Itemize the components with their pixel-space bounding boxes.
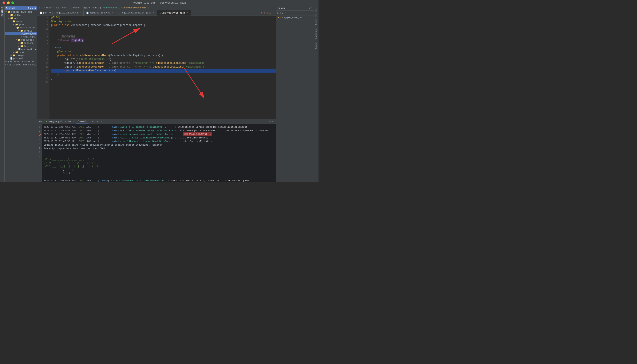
tab-reggieapp[interactable]: ☕ ReggieApplication.java × (116, 10, 157, 16)
bottom-tab-console[interactable]: Console (76, 120, 88, 124)
maven-add-icon[interactable]: + (284, 11, 286, 15)
right-tab-database[interactable]: Database (315, 27, 318, 40)
console-tab-label: Console (78, 120, 87, 123)
maven-download-icon[interactable]: ⬇ (280, 11, 281, 15)
spring-banner-3: ( ( )\___ | '_ | '_| | '_ \/ _` | \ \ \ … (44, 161, 274, 164)
maximize-button[interactable] (11, 2, 14, 4)
tree-item-config[interactable]: ▼ 📁 config (5, 29, 37, 32)
settings-icon[interactable]: ⚙ (32, 7, 34, 10)
tree-item-src[interactable]: ▼ 📁 src (5, 16, 37, 20)
code-line-25 (51, 80, 276, 84)
scroll-top-icon[interactable]: ⇈ (38, 138, 41, 141)
tab-reggieapp-close[interactable]: × (153, 12, 154, 14)
close-button[interactable] (3, 2, 5, 4)
pin-icon[interactable]: 📌 (38, 134, 41, 137)
tab-pomxml-close[interactable]: × (80, 12, 81, 14)
maven-more-icon[interactable]: ⋮ (287, 11, 290, 15)
code-line-20: registry.addResourceHandler( ...pathPatt… (51, 61, 276, 65)
tree-item-idea[interactable]: ▶ 📁 .idea (5, 14, 37, 16)
code-line-15: */ (51, 42, 276, 46)
right-tab-notifications[interactable]: Notifications (315, 7, 318, 26)
minimize-button[interactable] (7, 2, 10, 4)
code-line-13: * 设置资源映射 (51, 35, 276, 38)
tree-item-com[interactable]: ▼ 📁 com.itheima.reggie (5, 26, 37, 29)
tab-appyml[interactable]: 📄 application.yml × (84, 10, 116, 16)
tree-item-scratches[interactable]: ▶ ✎ Scratches and Consoles (5, 63, 37, 66)
appyml-label: application.yml (21, 48, 37, 50)
clear-icon[interactable]: 🗑 (38, 146, 41, 150)
tree-root[interactable]: ▼ 📁 reggie_take_out (5, 10, 37, 14)
tab-webmvcconfig[interactable]: ☕ WebMvcConfig.java × (157, 10, 191, 16)
tree-item-extlibs[interactable]: ▶ ▣ External Libraries (5, 60, 37, 63)
code-line-14: * @param registry (51, 38, 276, 42)
code-line-12 (51, 31, 276, 35)
maven-folder-icon: ▼ (278, 16, 279, 19)
tree-item-main[interactable]: ▼ 📁 main (5, 20, 37, 23)
bc-config: config (92, 6, 101, 9)
tree-item-reggieapp[interactable]: R ReggieApplication (5, 35, 37, 38)
filter-icon[interactable]: ⊟ (38, 150, 41, 154)
maven-close-icon[interactable]: × (311, 7, 312, 10)
test-label: test (19, 51, 24, 54)
console-output[interactable]: 2022-11-02 12:47:52.735 INFO 1765 --- [ … (42, 124, 276, 182)
bottom-toolbar: ⚙ − (269, 120, 274, 123)
maven-toolbar: ↻ ⬇ ▶ + ⋮ (276, 10, 314, 16)
close-panel-icon[interactable]: × (34, 7, 36, 10)
console-blank2 (44, 175, 274, 179)
tab-appyml-close[interactable]: × (112, 12, 113, 14)
tabs-menu[interactable]: ⋮ (272, 11, 274, 14)
code-line-9: @Configuration (51, 20, 276, 23)
extlibs-label: External Libraries (10, 60, 35, 63)
right-tab-maven[interactable]: Maven (315, 41, 318, 50)
scroll-bottom-icon[interactable]: ⇊ (38, 142, 41, 146)
code-editor[interactable]: 8 9 10 11 12 13 14 15 17 18 19 20 21 22 … (37, 16, 276, 119)
code-line-22: super.addResourceHandlers(registry); (51, 69, 276, 72)
tree-item-test[interactable]: ▶ 📁 test (5, 51, 37, 54)
spring-version: 3.4.2 (44, 172, 274, 175)
code-line-24: } (51, 76, 276, 80)
run-label: Run: ▶ ReggieApplication × (39, 120, 75, 123)
tab-webmvcconfig-close[interactable]: × (187, 12, 188, 14)
main-layout: Project Project ▼ ⊙ ≡ ⚙ × ▼ 📁 reggie_tak… (0, 6, 318, 182)
tree-item-resources[interactable]: ▼ 📁 resources (5, 38, 37, 42)
restart-icon[interactable]: ↺ (38, 125, 41, 128)
maven-label: Maven (278, 7, 285, 10)
maven-panel: Maven ⚙ × ↻ ⬇ ▶ + ⋮ ▼ m reggie_take_out (276, 6, 314, 182)
locate-icon[interactable]: ⊙ (28, 7, 29, 10)
usage-hint: 1 usage (51, 46, 276, 50)
minimize-icon[interactable]: − (272, 120, 273, 123)
run-close[interactable]: × (73, 120, 75, 123)
maven-settings-icon[interactable]: ⚙ (309, 7, 310, 10)
maven-run-icon[interactable]: ▶ (282, 11, 284, 15)
console-row: ↺ ◼ 📌 ⇈ ⇊ 🗑 ⊟ ↵ 2022-11-02 12:47:52.735 (37, 124, 276, 182)
tree-item-pom[interactable]: 📄 pom.xml (5, 57, 37, 60)
window-controls[interactable] (3, 2, 14, 4)
stop-icon[interactable]: ◼ (38, 130, 41, 133)
console-blank1 (44, 150, 274, 154)
tree-item-java[interactable]: ▼ 📁 java (5, 23, 37, 26)
collapse-icon[interactable]: ≡ (30, 7, 31, 10)
project-tab[interactable]: Project (1, 6, 4, 17)
maven-root-item[interactable]: ▼ m reggie_take_out (276, 16, 314, 20)
tab-pomxml[interactable]: 📄 pom.xml (reggie_take_out) × (37, 10, 84, 16)
settings-icon[interactable]: ⚙ (269, 120, 271, 123)
tree-item-webmvcconfig[interactable]: W WebMvcConfig (5, 32, 37, 35)
tree-item-front[interactable]: ▶ 📁 front (5, 44, 37, 48)
tree-item-appyml[interactable]: 📄 application.yml (5, 48, 37, 51)
tree-item-target[interactable]: ▶ 📁 target (5, 54, 37, 57)
project-dropdown-icon[interactable]: ▼ (17, 7, 18, 9)
highlighted-console-msg: 开始进行静态资源映射... (183, 132, 212, 136)
bottom-tab-actuator[interactable]: Actuator (90, 120, 104, 123)
app-name: ReggieApplication (49, 120, 72, 123)
com-label: com.itheima.reggie (20, 26, 37, 29)
src-label: src (14, 17, 18, 20)
code-line-23: } (51, 72, 276, 76)
root-label: reggie_take_out (11, 11, 32, 13)
center-area: src › main › java › com › itheima › regg… (37, 6, 276, 182)
maven-refresh-icon[interactable]: ↻ (277, 11, 279, 15)
tree-item-backend[interactable]: ▶ 📁 backend (5, 42, 37, 44)
tab-webmvcconfig-label: WebMvcConfig.java (162, 12, 185, 14)
line-numbers: 8 9 10 11 12 13 14 15 17 18 19 20 21 22 … (41, 16, 50, 119)
left-sidebar-tabs: Project (0, 6, 5, 182)
wrap-icon[interactable]: ↵ (38, 155, 41, 158)
